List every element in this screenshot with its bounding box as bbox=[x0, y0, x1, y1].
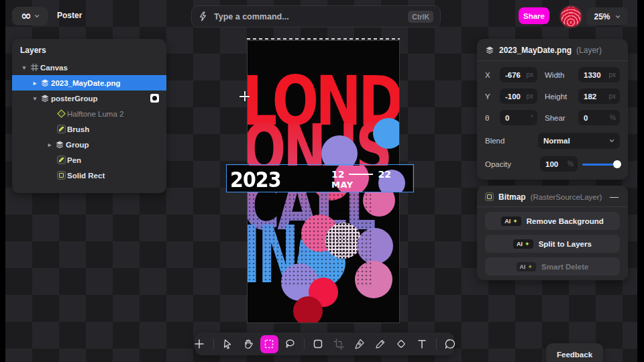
shear-input[interactable]: 0% bbox=[578, 110, 620, 125]
marquee-icon bbox=[263, 338, 275, 350]
inspector-layer-type: (Layer) bbox=[576, 46, 602, 55]
layer-stack-icon bbox=[54, 140, 66, 149]
layer-row-2023-maydate[interactable]: ▸ 2023_MayDate.png bbox=[12, 75, 166, 90]
effect-diamond-icon bbox=[55, 111, 67, 117]
marquee-tool-button[interactable] bbox=[260, 335, 278, 353]
chevron-collapsed-icon[interactable]: ▸ bbox=[46, 141, 54, 148]
halftone-circle bbox=[373, 118, 400, 149]
command-bar[interactable]: CtrlK bbox=[191, 5, 441, 27]
layer-stack-icon bbox=[39, 78, 51, 88]
app-menu-button[interactable]: ∞ bbox=[12, 7, 48, 25]
layer-row-canvas[interactable]: ▾ Canvas bbox=[12, 60, 166, 75]
bitmap-subtitle: (RasterSourceLayer) bbox=[531, 193, 604, 201]
layers-panel: Layers ▾ Canvas ▸ 2023_MayDate.png ▾ pos… bbox=[12, 39, 166, 193]
comment-icon bbox=[444, 338, 456, 350]
cursor-icon bbox=[221, 338, 233, 350]
layer-row-group[interactable]: ▸ Group bbox=[12, 137, 166, 152]
canvas-grid-icon bbox=[28, 63, 40, 72]
dotted-circle bbox=[325, 223, 362, 259]
ai-badge: AI✦ bbox=[501, 217, 521, 226]
pencil-tool-button[interactable] bbox=[372, 335, 390, 353]
text-tool-button[interactable] bbox=[413, 335, 431, 353]
remove-background-button[interactable]: AI✦ Remove Background bbox=[485, 212, 620, 230]
layer-label: Halftone Luma 2 bbox=[67, 110, 123, 118]
lasso-icon bbox=[284, 338, 296, 350]
field-label-width: Width bbox=[545, 71, 578, 79]
rotation-input[interactable]: 0° bbox=[500, 110, 537, 125]
opacity-label: Opacity bbox=[485, 160, 511, 168]
blend-mode-dropdown[interactable]: Normal bbox=[538, 133, 620, 149]
collapse-panel-button[interactable]: — bbox=[608, 192, 620, 202]
ai-badge: AI✦ bbox=[513, 239, 533, 249]
eraser-tool-button[interactable] bbox=[392, 335, 411, 353]
x-input[interactable]: -676px bbox=[500, 67, 537, 82]
bitmap-panel: Bitmap (RasterSourceLayer) — AI✦ Remove … bbox=[477, 186, 628, 280]
plus-icon bbox=[193, 338, 205, 350]
height-input[interactable]: 182px bbox=[578, 88, 620, 104]
avatar[interactable] bbox=[561, 7, 581, 27]
text-icon bbox=[416, 338, 428, 350]
field-label-height: Height bbox=[545, 93, 578, 101]
layer-stack-icon bbox=[39, 94, 51, 103]
layer-row-brush[interactable]: Brush bbox=[12, 121, 166, 137]
add-tool-button[interactable] bbox=[191, 335, 209, 353]
lightning-icon bbox=[199, 11, 207, 21]
chevron-expanded-icon[interactable]: ▾ bbox=[31, 95, 39, 102]
rect-tile-icon bbox=[55, 171, 67, 180]
tool-bar bbox=[195, 333, 454, 355]
pen-tool-button[interactable] bbox=[351, 335, 369, 353]
toolbar-divider bbox=[213, 339, 214, 349]
opacity-input[interactable]: 100% bbox=[540, 156, 578, 172]
feedback-button[interactable]: Feedback bbox=[546, 343, 603, 362]
brush-tile-icon bbox=[55, 125, 67, 133]
pan-tool-button[interactable] bbox=[239, 335, 258, 353]
mask-indicator-icon[interactable] bbox=[150, 94, 159, 103]
layer-row-solid-rect[interactable]: Solid Rect bbox=[12, 168, 166, 183]
crop-icon bbox=[333, 338, 345, 350]
chevron-expanded-icon[interactable]: ▾ bbox=[20, 64, 28, 71]
layer-label: Solid Rect bbox=[67, 172, 105, 180]
chevron-down-icon bbox=[34, 13, 40, 19]
workspace-background: LOND ON IS CALL ING 2023 12 22 MAY ∞ bbox=[5, 0, 637, 362]
halftone-circle bbox=[357, 228, 393, 264]
sparkle-icon: ✦ bbox=[513, 218, 518, 225]
pen-nib-icon bbox=[354, 338, 366, 350]
layer-row-pen[interactable]: Pen bbox=[12, 152, 166, 168]
layer-label: Pen bbox=[67, 156, 81, 164]
artboard-selection-dashes bbox=[247, 38, 400, 40]
toolbar-divider bbox=[436, 339, 437, 349]
layer-label: 2023_MayDate.png bbox=[51, 79, 121, 87]
y-input[interactable]: -100px bbox=[500, 88, 537, 104]
field-label-y: Y bbox=[485, 93, 500, 101]
app-logo-icon: ∞ bbox=[21, 9, 32, 22]
inspector-panel: 2023_MayDate.png (Layer) X -676px Width … bbox=[477, 39, 628, 180]
chevron-down-icon bbox=[609, 138, 614, 143]
frame-tool-button[interactable] bbox=[309, 335, 327, 353]
width-input[interactable]: 1330px bbox=[578, 67, 620, 82]
command-shortcut-badge: CtrlK bbox=[408, 11, 433, 23]
comment-tool-button[interactable] bbox=[441, 335, 460, 353]
layer-row-halftone-luma[interactable]: Halftone Luma 2 bbox=[12, 106, 166, 121]
selection-bounding-box[interactable] bbox=[226, 164, 414, 192]
crop-tool-button[interactable] bbox=[330, 335, 348, 353]
bitmap-icon bbox=[485, 192, 494, 201]
layers-panel-title: Layers bbox=[12, 39, 166, 60]
smart-delete-button[interactable]: AI✦ Smart Delete bbox=[485, 257, 620, 276]
sparkle-icon: ✦ bbox=[528, 263, 533, 270]
command-input[interactable] bbox=[213, 11, 408, 22]
select-tool-button[interactable] bbox=[219, 335, 237, 353]
split-to-layers-button[interactable]: AI✦ Split to Layers bbox=[485, 235, 620, 253]
layer-stack-icon bbox=[485, 46, 494, 55]
lasso-tool-button[interactable] bbox=[281, 335, 299, 353]
chevron-down-icon bbox=[615, 14, 621, 19]
inspector-layer-name: 2023_MayDate.png bbox=[499, 46, 572, 55]
layer-row-postergroup[interactable]: ▾ posterGroup bbox=[12, 90, 166, 106]
toolbar-divider bbox=[304, 339, 305, 349]
chevron-collapsed-icon[interactable]: ▸ bbox=[31, 80, 39, 86]
field-label-shear: Shear bbox=[545, 114, 578, 122]
zoom-control[interactable]: 25% bbox=[586, 7, 628, 25]
opacity-slider[interactable] bbox=[582, 160, 620, 168]
zoom-level: 25% bbox=[594, 12, 610, 21]
share-button[interactable]: Share bbox=[519, 7, 549, 24]
dark-red-circle bbox=[293, 296, 323, 323]
